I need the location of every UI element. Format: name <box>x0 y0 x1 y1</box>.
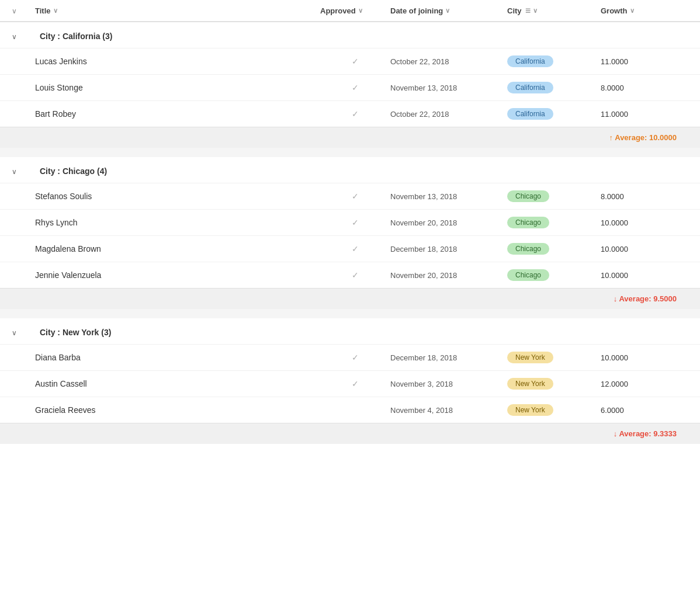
approved-column-header[interactable]: Approved ∨ <box>320 6 390 15</box>
group-separator <box>0 309 700 318</box>
group-title-1: City : Chicago (4) <box>40 166 107 176</box>
approved-check: ✓ <box>352 270 359 280</box>
city-badge-1-1: Chicago <box>507 217 549 228</box>
data-row-1-3: Jennie Valenzuela ✓ November 20, 2018 Ch… <box>0 262 700 288</box>
approved-check: ✓ <box>352 192 359 201</box>
average-row-2: ↓ Average: 9.3333 <box>0 423 700 444</box>
approved-check: ✓ <box>352 109 359 119</box>
row-name-0-1: Louis Stonge <box>35 83 320 92</box>
row-city-1-1: Chicago <box>507 217 601 228</box>
collapse-all-icon[interactable]: ∨ <box>12 7 17 15</box>
row-growth-1-3: 10.0000 <box>601 270 688 280</box>
date-column-header[interactable]: Date of joining ∨ <box>390 6 507 15</box>
group-header-2: ∨ City : New York (3) <box>0 318 700 344</box>
data-row-2-0: Diana Barba ✓ December 18, 2018 New York… <box>0 344 700 370</box>
data-row-1-0: Stefanos Soulis ✓ November 13, 2018 Chic… <box>0 183 700 209</box>
group-header-1: ∨ City : Chicago (4) <box>0 157 700 183</box>
group-chevron-1[interactable]: ∨ <box>12 168 17 176</box>
city-column-header[interactable]: City ☰ ∨ <box>507 6 601 15</box>
row-city-0-2: California <box>507 108 601 120</box>
row-city-1-2: Chicago <box>507 243 601 255</box>
row-growth-0-1: 8.0000 <box>601 83 688 92</box>
data-row-2-1: Austin Cassell ✓ November 3, 2018 New Yo… <box>0 370 700 397</box>
city-badge-0-2: California <box>507 108 553 120</box>
row-approved-0-2: ✓ <box>320 109 390 119</box>
title-sort-icon: ∨ <box>53 7 58 15</box>
row-name-0-0: Lucas Jenkins <box>35 57 320 66</box>
title-column-header[interactable]: Title ∨ <box>35 6 320 15</box>
row-city-2-2: New York <box>507 404 601 416</box>
data-table: ∨ Title ∨ Approved ∨ Date of joining ∨ C… <box>0 0 700 601</box>
city-badge-2-2: New York <box>507 404 553 416</box>
approved-check: ✓ <box>352 218 359 227</box>
city-badge-0-0: California <box>507 55 553 67</box>
row-city-1-0: Chicago <box>507 190 601 202</box>
city-badge-2-1: New York <box>507 378 553 390</box>
average-row-1: ↓ Average: 9.5000 <box>0 288 700 309</box>
date-sort-icon: ∨ <box>445 7 450 15</box>
table-header: ∨ Title ∨ Approved ∨ Date of joining ∨ C… <box>0 0 700 22</box>
row-date-1-1: November 20, 2018 <box>390 218 507 227</box>
group-section-2: ∨ City : New York (3) Diana Barba ✓ Dece… <box>0 318 700 444</box>
row-growth-0-0: 11.0000 <box>601 57 688 66</box>
approved-check: ✓ <box>352 379 359 388</box>
average-value-0: ↑ Average: 10.0000 <box>609 133 677 142</box>
city-badge-1-3: Chicago <box>507 269 549 281</box>
group-chevron-0[interactable]: ∨ <box>12 33 17 41</box>
data-row-1-1: Rhys Lynch ✓ November 20, 2018 Chicago 1… <box>0 209 700 235</box>
row-date-0-2: October 22, 2018 <box>390 109 507 119</box>
row-approved-2-1: ✓ <box>320 379 390 388</box>
row-growth-1-2: 10.0000 <box>601 244 688 253</box>
group-section-1: ∨ City : Chicago (4) Stefanos Soulis ✓ N… <box>0 157 700 309</box>
row-approved-1-2: ✓ <box>320 244 390 253</box>
row-date-2-0: December 18, 2018 <box>390 353 507 362</box>
city-badge-0-1: California <box>507 82 553 93</box>
groups-container: ∨ City : California (3) Lucas Jenkins ✓ … <box>0 22 700 444</box>
row-name-2-1: Austin Cassell <box>35 379 320 388</box>
group-section-0: ∨ City : California (3) Lucas Jenkins ✓ … <box>0 22 700 148</box>
data-row-1-2: Magdalena Brown ✓ December 18, 2018 Chic… <box>0 235 700 262</box>
row-name-1-0: Stefanos Soulis <box>35 192 320 201</box>
row-approved-1-1: ✓ <box>320 218 390 227</box>
row-growth-2-1: 12.0000 <box>601 379 688 388</box>
approved-check: ✓ <box>352 83 359 92</box>
row-name-1-2: Magdalena Brown <box>35 244 320 253</box>
row-city-0-1: California <box>507 82 601 93</box>
data-row-0-1: Louis Stonge ✓ November 13, 2018 Califor… <box>0 74 700 100</box>
row-approved-1-3: ✓ <box>320 270 390 280</box>
row-growth-1-1: 10.0000 <box>601 218 688 227</box>
approved-sort-icon: ∨ <box>358 7 363 15</box>
row-city-0-0: California <box>507 55 601 67</box>
city-badge-2-0: New York <box>507 352 553 363</box>
data-row-2-2: Graciela Reeves November 4, 2018 New Yor… <box>0 397 700 423</box>
row-approved-0-1: ✓ <box>320 83 390 92</box>
row-city-2-1: New York <box>507 378 601 390</box>
row-growth-1-0: 8.0000 <box>601 192 688 201</box>
row-name-1-1: Rhys Lynch <box>35 218 320 227</box>
city-sort-icon: ∨ <box>533 7 538 15</box>
row-growth-2-0: 10.0000 <box>601 353 688 362</box>
row-city-2-0: New York <box>507 352 601 363</box>
row-name-0-2: Bart Robey <box>35 109 320 119</box>
row-approved-0-0: ✓ <box>320 57 390 66</box>
row-name-2-2: Graciela Reeves <box>35 405 320 415</box>
row-date-1-3: November 20, 2018 <box>390 270 507 280</box>
approved-check: ✓ <box>352 244 359 253</box>
average-value-2: ↓ Average: 9.3333 <box>614 429 677 438</box>
growth-column-header[interactable]: Growth ∨ <box>601 6 688 15</box>
row-date-0-0: October 22, 2018 <box>390 57 507 66</box>
average-row-0: ↑ Average: 10.0000 <box>0 127 700 148</box>
group-separator <box>0 148 700 157</box>
row-approved-2-0: ✓ <box>320 353 390 362</box>
expand-col-header: ∨ <box>12 6 35 15</box>
average-value-1: ↓ Average: 9.5000 <box>614 294 677 303</box>
group-chevron-2[interactable]: ∨ <box>12 329 17 337</box>
row-city-1-3: Chicago <box>507 269 601 281</box>
city-badge-1-2: Chicago <box>507 243 549 255</box>
group-title-2: City : New York (3) <box>40 328 111 337</box>
row-date-1-2: December 18, 2018 <box>390 244 507 253</box>
row-approved-1-0: ✓ <box>320 192 390 201</box>
row-date-2-2: November 4, 2018 <box>390 405 507 415</box>
data-row-0-0: Lucas Jenkins ✓ October 22, 2018 Califor… <box>0 48 700 74</box>
approved-check: ✓ <box>352 57 359 66</box>
